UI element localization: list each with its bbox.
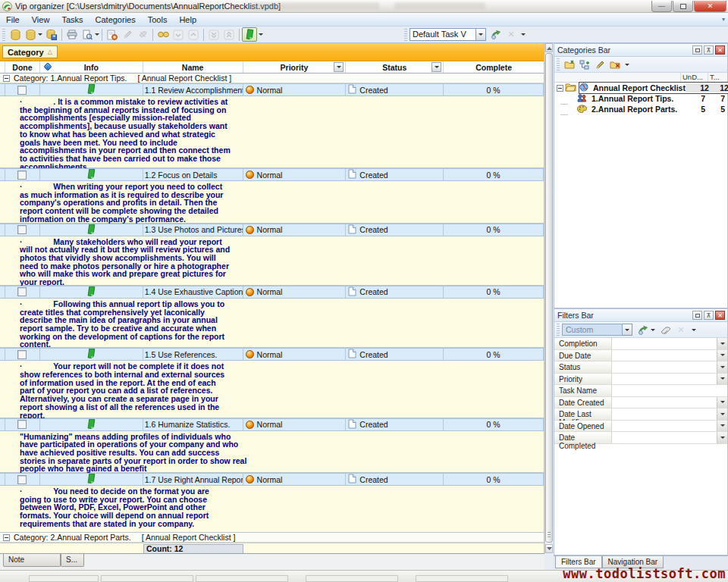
column-total[interactable]: T... <box>708 73 727 82</box>
panel-close-button[interactable]: ✕ <box>715 311 725 320</box>
filter-value[interactable] <box>612 350 717 361</box>
collapse-group-icon[interactable] <box>3 534 10 541</box>
task-notes-view-button[interactable] <box>242 27 257 42</box>
filter-dropdown-button[interactable] <box>717 408 727 420</box>
remove-filter-button[interactable]: ✕ <box>673 323 689 337</box>
edit-task-button[interactable] <box>120 27 135 42</box>
clear-filter-button[interactable] <box>658 323 673 337</box>
filter-dropdown-button[interactable] <box>717 432 727 443</box>
scrollbar-thumb[interactable] <box>545 53 553 543</box>
category-tree-root[interactable]: Annual Report Checklist 12 12 <box>554 83 727 93</box>
done-checkbox[interactable] <box>17 86 27 95</box>
task-view-combo-arrow[interactable] <box>476 28 486 41</box>
panel-pin-button[interactable]: ⊼ <box>704 311 714 320</box>
apply-filter-button[interactable] <box>635 323 651 337</box>
view-mode-dropdown[interactable] <box>259 33 263 36</box>
filter-value[interactable] <box>612 338 717 349</box>
column-header-done[interactable]: Done <box>5 61 40 73</box>
done-checkbox[interactable] <box>17 420 27 429</box>
filter-dropdown-button[interactable] <box>717 421 727 432</box>
menubar-overflow-arrow[interactable]: ▾ <box>722 16 725 23</box>
done-checkbox[interactable] <box>17 287 27 296</box>
delete-category-button[interactable] <box>607 58 623 72</box>
collapse-group-icon[interactable] <box>3 75 10 82</box>
minimize-button[interactable]: — <box>651 1 672 12</box>
column-header-status[interactable]: Status <box>346 61 444 73</box>
priority-filter-button[interactable] <box>334 62 344 72</box>
save-database-button[interactable] <box>44 27 59 42</box>
filter-dropdown-button[interactable] <box>717 397 727 408</box>
toolbar-grip[interactable] <box>557 324 560 336</box>
panel-close-button[interactable]: ✕ <box>715 45 725 55</box>
done-checkbox[interactable] <box>17 475 27 484</box>
collapse-tree-icon[interactable] <box>557 85 563 92</box>
filter-dropdown-button[interactable] <box>717 374 727 385</box>
filter-value[interactable] <box>612 361 717 373</box>
scroll-up-button[interactable] <box>545 43 553 52</box>
new-task-button[interactable] <box>105 27 120 42</box>
clear-view-button[interactable]: ✕ <box>504 27 519 42</box>
filter-value[interactable] <box>612 432 717 443</box>
toolbar-grip[interactable] <box>2 29 5 41</box>
filter-preset-combobox[interactable]: Custom <box>562 324 623 336</box>
move-down-button[interactable] <box>171 27 186 42</box>
open-database-button[interactable] <box>23 27 38 42</box>
new-database-button[interactable] <box>8 27 23 42</box>
open-database-dropdown[interactable] <box>38 33 42 36</box>
table-row[interactable]: 1.6 Humanize Statistics. Normal Created … <box>0 418 544 431</box>
tab-subtasks[interactable]: S... <box>61 554 84 567</box>
move-top-button[interactable] <box>221 27 237 42</box>
column-header-name[interactable]: Name <box>143 61 243 73</box>
grid-vertical-scrollbar[interactable] <box>544 43 552 553</box>
category-group-row-1[interactable]: Category: 1.Annual Report Tips. [ Annual… <box>0 74 544 83</box>
filter-dropdown[interactable] <box>651 329 655 331</box>
close-button[interactable]: ✕ <box>694 1 726 12</box>
new-subcategory-button[interactable] <box>577 58 592 72</box>
filter-value[interactable] <box>612 374 717 385</box>
table-row[interactable]: 1.3 Use Photos and Pictures. Normal Crea… <box>0 224 544 236</box>
filters-toolbar-overflow[interactable] <box>692 329 696 331</box>
table-row[interactable]: 1.4 Use Exhaustive Captions Normal Creat… <box>0 286 544 299</box>
menu-categories[interactable]: Categories <box>89 13 142 27</box>
toolbar-grip[interactable] <box>557 58 560 70</box>
menu-file[interactable]: File <box>0 13 26 27</box>
table-row[interactable]: 1.2 Focus on Details Normal Created 0 % <box>0 168 544 181</box>
tab-note[interactable]: Note <box>3 554 61 567</box>
toolbar-grip-2[interactable] <box>404 29 407 41</box>
table-row[interactable]: 1.1 Review Accomplishments First Normal … <box>0 83 544 96</box>
view-task-button[interactable] <box>155 27 171 42</box>
move-up-button[interactable] <box>186 27 201 42</box>
categories-toolbar-overflow[interactable] <box>625 64 629 66</box>
move-bottom-button[interactable] <box>206 27 221 42</box>
column-header-complete[interactable]: Complete <box>444 61 544 73</box>
filter-value[interactable] <box>612 385 727 396</box>
panel-pin-button[interactable]: ⊼ <box>704 45 714 55</box>
maximize-button[interactable] <box>673 1 693 12</box>
category-tree-item[interactable]: 2.Annual Report Parts. 5 5 <box>554 104 727 114</box>
panel-restore-button[interactable] <box>692 45 702 55</box>
filter-dropdown-button[interactable] <box>717 338 727 349</box>
done-checkbox[interactable] <box>17 225 27 234</box>
done-checkbox[interactable] <box>17 350 27 359</box>
done-checkbox[interactable] <box>17 171 27 180</box>
table-row[interactable]: 1.5 Use References. Normal Created 0 % <box>0 348 544 361</box>
panel-restore-button[interactable] <box>692 311 702 320</box>
status-filter-button[interactable] <box>431 62 441 72</box>
category-tree-item[interactable]: 1.Annual Report Tips. 7 7 <box>554 93 727 104</box>
print-preview-button[interactable] <box>80 27 95 42</box>
apply-view-button[interactable] <box>488 27 504 42</box>
column-header-info[interactable]: Info <box>40 61 143 73</box>
filter-value[interactable] <box>612 408 717 420</box>
column-header-priority[interactable]: Priority <box>243 61 347 73</box>
filter-preset-combo-arrow[interactable] <box>623 324 632 336</box>
print-dropdown[interactable] <box>95 33 99 36</box>
table-row[interactable]: 1.7 Use Right Annual Report Normal Creat… <box>0 473 544 486</box>
task-view-combobox[interactable]: Default Task V <box>410 28 476 41</box>
menu-tasks[interactable]: Tasks <box>55 13 89 27</box>
group-by-category-chip[interactable]: Category △ <box>2 45 58 58</box>
print-button[interactable] <box>64 27 80 42</box>
filter-dropdown-button[interactable] <box>717 350 727 361</box>
toolbar-overflow-dropdown[interactable] <box>521 33 526 36</box>
new-category-button[interactable] <box>562 58 577 72</box>
filter-value[interactable] <box>612 397 717 408</box>
